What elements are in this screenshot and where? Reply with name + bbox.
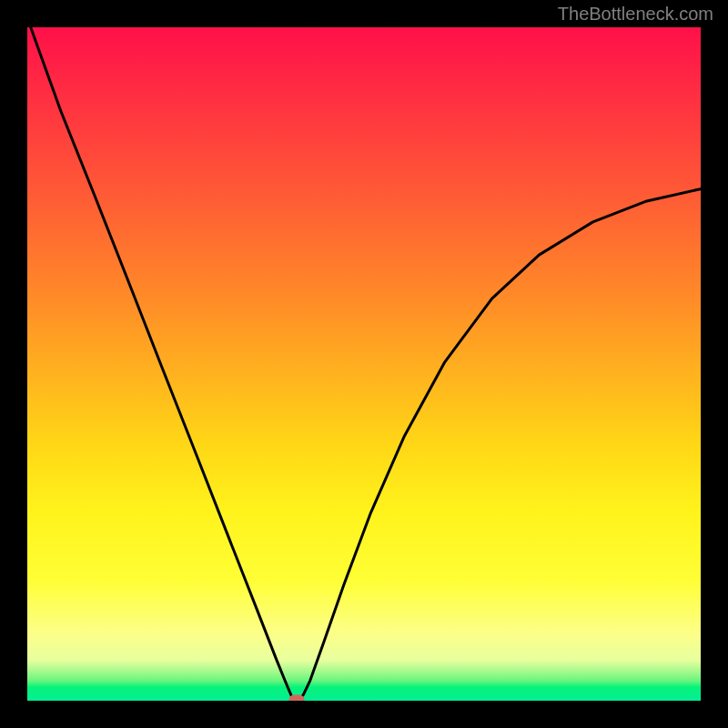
optimum-marker bbox=[289, 694, 305, 701]
bottleneck-curve bbox=[31, 27, 701, 700]
watermark-label: TheBottleneck.com bbox=[558, 4, 713, 25]
curve-svg bbox=[27, 27, 701, 701]
plot-area bbox=[27, 27, 701, 701]
plot-frame: TheBottleneck.com bbox=[0, 0, 728, 728]
